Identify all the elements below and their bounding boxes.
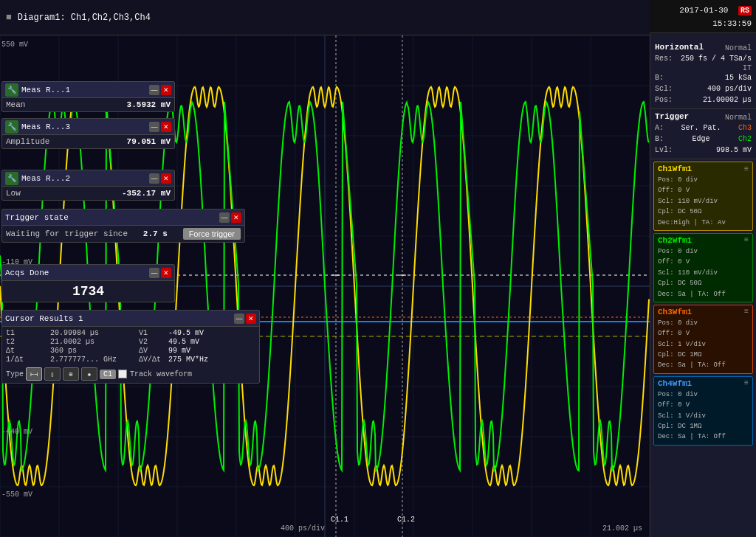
trigger-state-value: 2.7 s	[143, 229, 168, 238]
ch4-cpl: Cpl: DC 1MΩ	[658, 423, 701, 430]
ch2-menu-icon[interactable]: ≡	[744, 236, 749, 244]
meas3-title: Meas R...3	[21, 122, 148, 131]
cr-dvdt-key: ΔV/Δt	[139, 356, 168, 364]
horizontal-scl-label: Scl:	[655, 83, 673, 94]
ch1-detail: Pos: 0 div Off: 0 V Scl: 110 mV/div Cpl:…	[658, 175, 749, 228]
cursor-results-minimize-button[interactable]: —	[234, 313, 244, 324]
meas2-minimize-button[interactable]: —	[149, 173, 159, 184]
trigger-state-row: Waiting for trigger since 2.7 s Force tr…	[6, 228, 241, 240]
meas1-panel: 🔧 Meas R...1 — ✕ Mean 3.5932 mV	[1, 81, 175, 112]
cr-t2-key: t2	[6, 338, 50, 346]
track-waveform-checkbox[interactable]	[118, 370, 127, 378]
meas2-close-button[interactable]: ✕	[161, 173, 171, 184]
voltage-label-5: -440 mV	[1, 428, 32, 436]
voltage-label-1: 550 mV	[1, 41, 28, 49]
ch3-box: Ch3Wfm1 ≡ Pos: 0 div Off: 0 V Scl: 1 V/d…	[653, 305, 753, 374]
ch1-off: Off: 0 V	[658, 187, 690, 194]
meas1-icon: 🔧	[5, 83, 18, 97]
horizontal-res-val: 250 fs / 4 TSa/s	[681, 53, 752, 64]
horizontal-res-label: Res:	[655, 53, 673, 64]
meas1-header: 🔧 Meas R...1 — ✕	[2, 82, 174, 98]
cursor-type-2[interactable]: ▯	[44, 367, 61, 381]
meas3-header: 🔧 Meas R...3 — ✕	[2, 119, 174, 135]
cursor-type-4[interactable]: ◈	[81, 367, 97, 381]
cursor-c11: C1.1	[331, 516, 348, 524]
ch4-detail: Pos: 0 div Off: 0 V Scl: 1 V/div Cpl: DC…	[658, 389, 749, 443]
meas1-row: Mean 3.5932 mV	[6, 100, 171, 109]
ch3-scl: Scl: 1 V/div	[658, 341, 706, 348]
acqs-done-value: 1734	[72, 284, 104, 299]
ch4-name: Ch4Wfm1	[658, 379, 692, 388]
rs-logo: RS	[738, 6, 752, 15]
horizontal-bw-label: B:	[655, 72, 664, 83]
trigger-a-label: A:	[655, 122, 664, 134]
meas2-panel: 🔧 Meas R...2 — ✕ Low -352.17 mV	[1, 170, 175, 201]
cr-v2-key: V2	[139, 338, 168, 346]
cr-dv-val: 99 mV	[168, 347, 235, 355]
trigger-state-title: Trigger state	[5, 213, 218, 222]
ch3-menu-icon[interactable]: ≡	[744, 308, 749, 316]
cursor-type-3[interactable]: ⊞	[63, 367, 79, 381]
meas3-close-button[interactable]: ✕	[161, 122, 171, 132]
cursor-type-1[interactable]: ⊢⊣	[26, 367, 42, 381]
force-trigger-button[interactable]: Force trigger	[183, 228, 241, 240]
cr-dv-key: ΔV	[139, 347, 168, 355]
time-text: 15:33:59	[712, 19, 752, 28]
meas1-value: 3.5932 mV	[127, 100, 171, 109]
trigger-lvl-val: 998.5 mV	[716, 145, 752, 156]
meas1-close-button[interactable]: ✕	[161, 85, 171, 95]
ch1-menu-icon[interactable]: ≡	[744, 165, 749, 173]
trigger-a-row: A: Ser. Pat. Ch3	[655, 122, 752, 134]
horizontal-it: IT	[655, 64, 752, 72]
ch2-pos: Pos: 0 div	[658, 248, 698, 255]
meas3-minimize-button[interactable]: —	[149, 122, 159, 132]
trigger-b-ch: Ch2	[738, 134, 752, 145]
horizontal-bw-row: B: 15 kSa	[655, 72, 752, 83]
ch4-menu-icon[interactable]: ≡	[744, 379, 749, 387]
cursor-c12: C1.2	[397, 516, 415, 524]
meas1-minimize-button[interactable]: —	[149, 85, 159, 95]
horizontal-res-row: Res: 250 fs / 4 TSa/s	[655, 53, 752, 64]
ch3-name: Ch3Wfm1	[658, 308, 692, 316]
cr-v1-val: -49.5 mV	[168, 329, 235, 337]
trigger-state-header: Trigger state — ✕	[2, 209, 244, 226]
bottom-label-time: 21.002 µs	[602, 524, 642, 533]
ch2-header: Ch2Wfm1 ≡	[658, 236, 749, 245]
cursor-results-content: t1 20.99984 µs V1 -49.5 mV t2 21.0002 µs…	[2, 327, 259, 383]
meas3-value: 79.051 mV	[127, 137, 171, 146]
meas3-content: Amplitude 79.051 mV	[2, 135, 174, 148]
meas2-title: Meas R...2	[21, 174, 148, 183]
trigger-state-minimize-button[interactable]: —	[219, 212, 230, 223]
trigger-b-row: B: Edge Ch2	[655, 134, 752, 145]
horizontal-bw-val: 15 kSa	[725, 72, 752, 83]
ch4-scl: Scl: 1 V/div	[658, 412, 706, 420]
cr-v2-val: 49.5 mV	[168, 338, 235, 346]
meas2-header: 🔧 Meas R...2 — ✕	[2, 170, 174, 187]
ch1-scl: Scl: 110 mV/div	[658, 198, 718, 205]
meas3-row: Amplitude 79.051 mV	[6, 137, 171, 146]
ch3-cpl: Cpl: DC 1MΩ	[658, 351, 701, 358]
datetime-box: 2017-01-30 RS 15:33:59	[650, 0, 756, 33]
ch2-scl: Scl: 110 mV/div	[658, 269, 718, 277]
ch1-name: Ch1Wfm1	[658, 164, 692, 173]
trigger-lvl-row: Lvl: 998.5 mV	[655, 145, 752, 156]
trigger-state-close-button[interactable]: ✕	[231, 212, 241, 223]
meas3-panel: 🔧 Meas R...3 — ✕ Amplitude 79.051 mV	[1, 118, 175, 149]
trigger-state-message: Waiting for trigger since	[6, 229, 128, 238]
trigger-a-type: Ser. Pat.	[681, 122, 721, 134]
type-label: Type	[6, 370, 24, 378]
ch1-box: Ch1Wfm1 ≡ Pos: 0 div Off: 0 V Scl: 110 m…	[653, 162, 753, 231]
c1-badge: C1	[100, 370, 116, 379]
acqs-done-minimize-button[interactable]: —	[149, 268, 159, 278]
right-panel-sections: Horizontal Normal Res: 250 fs / 4 TSa/s …	[650, 40, 756, 446]
cr-dvdt-val: 275 MV*Hz	[168, 356, 235, 364]
ch4-off: Off: 0 V	[658, 401, 690, 409]
meas2-key: Low	[6, 189, 21, 198]
acqs-done-close-button[interactable]: ✕	[161, 268, 171, 278]
cursor-results-close-button[interactable]: ✕	[246, 313, 256, 324]
trigger-b-type: Edge	[692, 134, 709, 145]
ch3-off: Off: 0 V	[658, 330, 690, 337]
horizontal-pos-row: Pos: 21.00002 µs	[655, 94, 752, 105]
ch2-dec: Dec: Sa | TA: Off	[658, 291, 726, 298]
trigger-lvl-label: Lvl:	[655, 145, 673, 156]
